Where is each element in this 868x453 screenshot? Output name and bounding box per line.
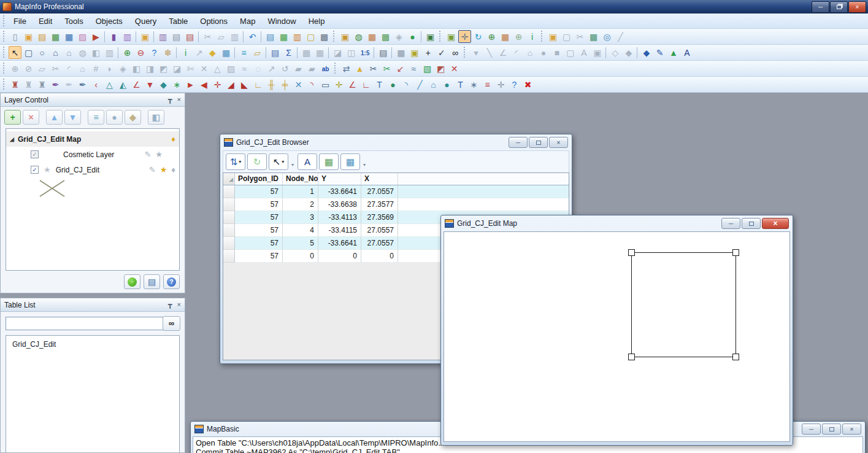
move-nodes-icon[interactable]: ⇄ xyxy=(340,62,353,75)
globe-view-icon[interactable]: ● xyxy=(406,30,419,43)
menu-table[interactable]: Table xyxy=(163,15,194,28)
add-point-icon[interactable]: ✛ xyxy=(332,78,345,91)
select-region-box-icon[interactable]: ▭ xyxy=(319,78,332,91)
arrow-east-icon[interactable]: ► xyxy=(184,78,197,91)
menu-help[interactable]: Help xyxy=(302,15,331,28)
table-row[interactable]: 572-33.663827.3577 xyxy=(223,198,569,211)
region-style-icon[interactable]: ▲ xyxy=(667,46,680,59)
column-header-x[interactable]: X xyxy=(361,173,398,185)
legend-icon[interactable]: ▤ xyxy=(269,46,282,59)
zoom-out-icon[interactable]: ⊖ xyxy=(134,46,147,59)
sphere-icon[interactable]: ● xyxy=(386,78,399,91)
row-select-handle[interactable] xyxy=(223,237,235,250)
table-list-item[interactable]: Grid_CJ_Edit xyxy=(6,336,179,353)
geocode-icon[interactable]: ▦ xyxy=(366,30,378,43)
confirm-icon[interactable]: ✓ xyxy=(435,46,448,59)
label-tool-icon[interactable]: ◆ xyxy=(206,46,219,59)
menu-map[interactable]: Map xyxy=(234,15,261,28)
rotate-right-wedge-icon[interactable]: ◣ xyxy=(238,78,251,91)
remove-layer-button[interactable]: × xyxy=(23,110,39,125)
diamond-region-icon[interactable]: ◆ xyxy=(157,78,170,91)
text-style-icon[interactable]: A xyxy=(680,46,693,59)
select-mode-button[interactable]: ↖▾ xyxy=(269,153,288,170)
folder-tools-icon[interactable]: ▣ xyxy=(547,30,559,43)
browser-window-titlebar[interactable]: Grid_CJ_Edit Browser ─ × xyxy=(220,134,572,150)
new-table-icon[interactable]: ▯ xyxy=(9,30,21,43)
mirror-icon[interactable]: ◀ xyxy=(198,78,210,91)
menu-query[interactable]: Query xyxy=(129,15,163,28)
trace-nodes-icon[interactable]: ≈ xyxy=(407,62,420,75)
app-close-button[interactable]: × xyxy=(848,1,866,13)
sync-web-icon[interactable]: ↻ xyxy=(472,30,485,43)
dbms-open-table-icon[interactable]: ▣ xyxy=(339,30,351,43)
region-slash-icon[interactable]: ◭ xyxy=(117,78,129,91)
text-style-button[interactable]: A xyxy=(298,153,317,170)
undo-icon[interactable]: ↶ xyxy=(246,30,259,43)
menu-tools[interactable]: Tools xyxy=(58,15,89,28)
select-tool-icon[interactable]: ↖ xyxy=(9,46,21,59)
arc-join-icon[interactable]: ◝ xyxy=(305,78,318,91)
open-web-service-icon[interactable]: ◍ xyxy=(352,30,365,43)
node-path-icon[interactable]: ∗ xyxy=(171,78,183,91)
xy-line-icon[interactable]: ╱ xyxy=(413,78,426,91)
change-zoom-icon[interactable]: ? xyxy=(148,46,161,59)
layer-control-icon[interactable]: ≡ xyxy=(237,46,250,59)
table-row[interactable]: 571-33.664127.0557 xyxy=(223,185,569,198)
globe-grid-2-icon[interactable]: ⊕ xyxy=(512,30,525,43)
row-select-handle[interactable] xyxy=(223,224,235,237)
globe-grid-icon[interactable]: ⊕ xyxy=(485,30,498,43)
row-select-handle[interactable] xyxy=(223,211,235,224)
region-up-icon[interactable]: △ xyxy=(103,78,116,91)
curve-blue-icon[interactable]: ◝ xyxy=(400,78,413,91)
print-window-icon[interactable]: ▤ xyxy=(183,30,196,43)
cross-lines-icon[interactable]: ✕ xyxy=(292,78,305,91)
new-grapher-icon[interactable]: ▥ xyxy=(291,30,304,43)
align-horizontal-icon[interactable]: ╪ xyxy=(278,78,291,91)
help-button[interactable]: ? xyxy=(163,274,180,289)
wrench-icon[interactable]: ✛ xyxy=(494,78,507,91)
new-redistricter-icon[interactable]: ▩ xyxy=(318,30,331,43)
layer-editable-button[interactable]: ● xyxy=(106,110,123,125)
flatten-icon[interactable]: ▼ xyxy=(144,78,156,91)
row-select-handle[interactable] xyxy=(223,185,235,198)
open-recent-icon[interactable]: ▶ xyxy=(90,30,102,43)
layer-down-button[interactable]: ▼ xyxy=(64,110,81,125)
catalog-search-icon[interactable]: ▣ xyxy=(424,30,437,43)
minimize-button[interactable]: ─ xyxy=(509,137,528,148)
layer-visibility-button[interactable]: ≡ xyxy=(88,110,104,125)
style-brush-light-icon[interactable]: ✒ xyxy=(63,78,75,91)
radius-select-icon[interactable]: ○ xyxy=(36,46,48,59)
dbms-refresh-icon[interactable]: ◎ xyxy=(601,30,613,43)
pick-fields-button[interactable]: ▦ xyxy=(340,153,360,170)
xy-polygon-icon[interactable]: ⌂ xyxy=(427,78,440,91)
minimize-button[interactable]: ─ xyxy=(721,218,740,229)
layer-selectable-button[interactable]: ◆ xyxy=(125,110,141,125)
sort-filter-button[interactable]: ⇅▾ xyxy=(226,153,245,170)
open-workspace-icon[interactable]: ▤ xyxy=(36,30,48,43)
curve-red-icon[interactable]: ‹ xyxy=(90,78,102,91)
new-browser-icon[interactable]: ▤ xyxy=(264,30,277,43)
new-layout-icon[interactable]: ▢ xyxy=(304,30,317,43)
edit-text-icon[interactable]: ab xyxy=(319,62,332,75)
restore-button[interactable] xyxy=(822,424,841,435)
map-canvas[interactable] xyxy=(444,231,790,442)
vertex-handle[interactable] xyxy=(733,354,739,360)
tools-window-icon[interactable]: ✛ xyxy=(458,30,471,43)
cosmetic-visibility-checkbox[interactable]: ✓ xyxy=(31,150,39,158)
map-window-titlebar[interactable]: Grid_CJ_Edit Map ─ × xyxy=(441,215,793,231)
close-button[interactable]: × xyxy=(549,137,568,148)
table-search-input[interactable] xyxy=(6,317,164,330)
close-button[interactable]: × xyxy=(762,218,789,229)
symbol-style-icon[interactable]: ◆ xyxy=(640,46,653,59)
apply-changes-button[interactable]: ◦ xyxy=(124,274,140,289)
menu-window[interactable]: Window xyxy=(261,15,302,28)
print-icon[interactable]: ▤ xyxy=(170,30,183,43)
menu-options[interactable]: Options xyxy=(194,15,234,28)
district-browser-icon[interactable]: ▦ xyxy=(394,46,407,59)
pin-icon[interactable]: ┳ xyxy=(168,96,172,104)
open-universal-data-icon[interactable]: ▨ xyxy=(76,30,89,43)
statistics-icon[interactable]: Σ xyxy=(282,46,295,59)
map-options-icon[interactable]: ♦ xyxy=(171,134,175,144)
snap-vertex-icon[interactable]: ↙ xyxy=(394,62,407,75)
layer-label-options-button[interactable]: ◧ xyxy=(148,110,164,125)
